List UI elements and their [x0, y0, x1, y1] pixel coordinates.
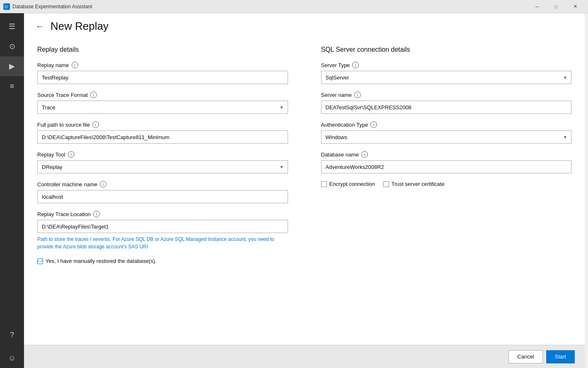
encrypt-connection-checkbox-item[interactable]: Encrypt connection	[321, 181, 375, 187]
auth-type-select-wrapper: Windows SQL Server Authentication Azure …	[321, 130, 572, 144]
window-controls: ─ □ ✕	[528, 0, 585, 13]
cancel-button[interactable]: Cancel	[509, 350, 542, 363]
database-name-label: Database name i	[321, 151, 572, 158]
replay-trace-help-text: Path to store the traces / xevents. For …	[37, 236, 288, 250]
page-title: New Replay	[50, 20, 108, 33]
controller-machine-input[interactable]	[37, 190, 288, 203]
sql-connection-title: SQL Server connection details	[321, 46, 572, 53]
replay-trace-location-label: Replay Trace Location i	[37, 211, 288, 217]
app-icon: D	[3, 3, 10, 10]
controller-machine-label: Controller machine name i	[37, 181, 288, 188]
replay-details-title: Replay details	[37, 46, 288, 53]
connection-options-row: Encrypt connection Trust server certific…	[321, 181, 572, 187]
server-type-info-icon[interactable]: i	[352, 62, 359, 68]
source-trace-format-select-wrapper: Trace XEvents ▼	[37, 101, 288, 114]
database-name-input[interactable]	[321, 160, 572, 173]
back-button[interactable]: ←	[34, 20, 46, 33]
full-path-input[interactable]	[37, 130, 288, 144]
server-name-info-icon[interactable]: i	[354, 91, 361, 98]
start-button[interactable]: Start	[546, 350, 575, 363]
trust-server-cert-checkbox[interactable]	[383, 181, 389, 187]
trust-server-cert-checkbox-item[interactable]: Trust server certificate	[383, 181, 444, 187]
replay-trace-location-info-icon[interactable]: i	[93, 211, 100, 217]
replay-details-column: Replay details Replay name i Source Trac…	[37, 46, 288, 272]
sidebar-item-feedback[interactable]: ☺	[0, 348, 24, 368]
server-name-label: Server name i	[321, 91, 572, 98]
replay-name-label: Replay name i	[37, 62, 288, 68]
encrypt-connection-checkbox[interactable]	[321, 181, 327, 187]
full-path-info-icon[interactable]: i	[92, 121, 99, 128]
app-body: ☰ ⊙ ▶ ≡ ? ☺ ← New Replay	[0, 13, 588, 368]
form-columns: Replay details Replay name i Source Trac…	[37, 46, 571, 272]
close-button[interactable]: ✕	[566, 0, 585, 13]
controller-machine-info-icon[interactable]: i	[100, 181, 106, 188]
full-path-field: Full path to source file i	[37, 121, 288, 144]
database-name-info-icon[interactable]: i	[361, 151, 368, 158]
sidebar-item-analysis[interactable]: ≡	[0, 76, 24, 96]
app-title: Database Experimentation Assistant	[12, 4, 528, 10]
sql-connection-column: SQL Server connection details Server Typ…	[321, 46, 572, 272]
sidebar-item-help[interactable]: ?	[0, 325, 24, 345]
scrollbar	[585, 13, 588, 368]
auth-type-field: Authentication Type i Windows SQL Server…	[321, 121, 572, 144]
server-type-select-wrapper: SqlServer AzureSQLDB AzureSQLManagedInst…	[321, 71, 572, 84]
source-trace-format-field: Source Trace Format i Trace XEvents ▼	[37, 91, 288, 114]
server-name-input[interactable]	[321, 101, 572, 114]
manually-restored-checkbox[interactable]: ✓	[37, 258, 43, 264]
replay-name-input[interactable]	[37, 71, 288, 84]
auth-type-select[interactable]: Windows SQL Server Authentication Azure …	[321, 130, 572, 144]
replay-trace-location-field: Replay Trace Location i Path to store th…	[37, 211, 288, 250]
manually-restored-checkbox-item[interactable]: ✓ Yes, I have manually restored the data…	[37, 258, 288, 264]
database-name-field: Database name i	[321, 151, 572, 173]
camera-icon: ⊙	[9, 42, 15, 51]
sidebar-item-capture[interactable]: ⊙	[0, 36, 24, 56]
svg-text:D: D	[5, 5, 7, 9]
replay-name-info-icon[interactable]: i	[72, 62, 78, 68]
sidebar: ☰ ⊙ ▶ ≡ ? ☺	[0, 13, 24, 368]
server-type-select[interactable]: SqlServer AzureSQLDB AzureSQLManagedInst…	[321, 71, 572, 84]
back-arrow-icon: ←	[36, 22, 44, 31]
hamburger-icon: ☰	[9, 22, 15, 31]
controller-machine-field: Controller machine name i	[37, 181, 288, 203]
titlebar: D Database Experimentation Assistant ─ □…	[0, 0, 588, 13]
server-name-field: Server name i	[321, 91, 572, 114]
list-icon: ≡	[10, 82, 14, 91]
source-trace-info-icon[interactable]: i	[90, 91, 97, 98]
smiley-icon: ☺	[8, 354, 16, 363]
source-trace-format-select[interactable]: Trace XEvents	[37, 101, 288, 114]
footer: Cancel Start	[24, 345, 585, 368]
auth-type-label: Authentication Type i	[321, 121, 572, 128]
check-icon: ✓	[37, 259, 40, 263]
form-scroll-area: Replay details Replay name i Source Trac…	[24, 38, 585, 345]
sidebar-menu-toggle[interactable]: ☰	[0, 17, 24, 36]
auth-type-info-icon[interactable]: i	[370, 121, 377, 128]
page-header: ← New Replay	[24, 13, 585, 38]
replay-tool-select-wrapper: DReplay InBuilt ▼	[37, 160, 288, 173]
play-icon: ▶	[9, 62, 15, 71]
manually-restored-label: Yes, I have manually restored the databa…	[46, 258, 156, 264]
replay-tool-select[interactable]: DReplay InBuilt	[37, 160, 288, 173]
replay-tool-label: Replay Tool i	[37, 151, 288, 158]
full-path-label: Full path to source file i	[37, 121, 288, 128]
maximize-button[interactable]: □	[547, 0, 566, 13]
server-type-label: Server Type i	[321, 62, 572, 68]
minimize-button[interactable]: ─	[528, 0, 547, 13]
manually-restored-field: ✓ Yes, I have manually restored the data…	[37, 258, 288, 264]
replay-name-field: Replay name i	[37, 62, 288, 84]
source-trace-format-label: Source Trace Format i	[37, 91, 288, 98]
sidebar-item-replay[interactable]: ▶	[0, 56, 24, 76]
server-type-field: Server Type i SqlServer AzureSQLDB Azure…	[321, 62, 572, 84]
replay-trace-location-input[interactable]	[37, 220, 288, 233]
replay-tool-info-icon[interactable]: i	[68, 151, 74, 158]
help-icon: ?	[10, 331, 14, 339]
trust-server-cert-label: Trust server certificate	[391, 181, 444, 187]
encrypt-connection-label: Encrypt connection	[329, 181, 375, 187]
main-content: ← New Replay Replay details Replay name …	[24, 13, 585, 368]
replay-tool-field: Replay Tool i DReplay InBuilt ▼	[37, 151, 288, 173]
